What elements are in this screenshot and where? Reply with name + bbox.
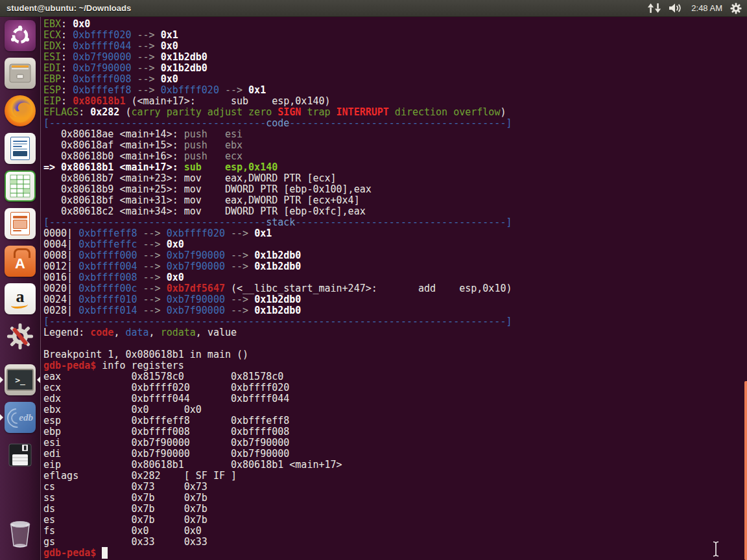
launcher-item-trash[interactable]: [5, 517, 36, 548]
terminal-line: esi 0xb7f90000 0xb7f90000: [43, 438, 747, 449]
terminal-line: EIP: 0x80618b1 (<main+17>: sub esp,0x140…: [43, 96, 747, 107]
window-title: student@ubuntu: ~/Downloads: [6, 3, 131, 13]
terminal-line: EDX: 0xbffff044 --> 0x0: [43, 41, 747, 52]
terminal-line: ebx 0x0 0x0: [43, 404, 747, 415]
terminal-line: 0x80618b7 <main+23>: mov eax,DWORD PTR […: [43, 173, 747, 184]
terminal-line: 0012| 0xbffff004 --> 0xb7f90000 --> 0x1b…: [43, 261, 747, 272]
session-gear-icon[interactable]: [730, 3, 742, 14]
desktop: { "topbar": { "title": "student@ubuntu: …: [0, 0, 747, 560]
terminal-line: Breakpoint 1, 0x080618b1 in main (): [43, 349, 747, 360]
terminal-line: 0x80618b0 <main+16>: push ecx: [43, 151, 747, 162]
terminal-line: 0x80618bf <main+31>: mov eax,DWORD PTR […: [43, 195, 747, 206]
terminal-running-indicator: [0, 377, 3, 383]
launcher-item-ubuntu-dash[interactable]: [5, 20, 36, 51]
terminal-line: ECX: 0xbffff020 --> 0x1: [43, 30, 747, 41]
terminal-line: 0000| 0xbfffeff8 --> 0xbffff020 --> 0x1: [43, 228, 747, 239]
terminal-line: ss 0x7b 0x7b: [43, 493, 747, 504]
terminal-output[interactable]: EBX: 0x0ECX: 0xbffff020 --> 0x1EDX: 0xbf…: [40, 17, 747, 560]
clock[interactable]: 2:48 AM: [691, 3, 722, 13]
terminal-line: EFLAGS: 0x282 (carry parity adjust zero …: [43, 107, 747, 118]
volume-icon[interactable]: [669, 3, 683, 14]
terminal-line: ds 0x7b 0x7b: [43, 504, 747, 515]
terminal-line: 0016| 0xbffff008 --> 0x0: [43, 272, 747, 283]
terminal-line: 0028| 0xbffff014 --> 0xb7f90000 --> 0x1b…: [43, 305, 747, 316]
terminal-line: esp 0xbfffeff8 0xbfffeff8: [43, 415, 747, 426]
terminal-line: edi 0xb7f90000 0xb7f90000: [43, 449, 747, 460]
launcher-item-libreoffice-writer[interactable]: [5, 133, 36, 164]
terminal-line: gdb-peda$ info registers: [43, 360, 747, 371]
firefox-icon: [5, 95, 36, 126]
terminal-line: 0x80618af <main+15>: push ebx: [43, 140, 747, 151]
launcher-item-system-settings[interactable]: [5, 321, 36, 352]
launcher-item-floppy-disk[interactable]: [5, 439, 36, 471]
terminal-line: ESP: 0xbfffeff8 --> 0xbffff020 --> 0x1: [43, 85, 747, 96]
terminal-line: eflags 0x282 [ SF IF ]: [43, 471, 747, 482]
top-panel: student@ubuntu: ~/Downloads 2:48 AM: [0, 0, 747, 17]
edb-icon: edb: [19, 412, 33, 423]
terminal-line: [-------------------------------------st…: [43, 217, 747, 228]
terminal-line: [43, 338, 747, 349]
bag-handle-icon: [14, 248, 30, 258]
launcher-item-edb-debugger[interactable]: edb: [5, 402, 36, 433]
terminal-line: ecx 0xbffff020 0xbffff020: [43, 382, 747, 393]
terminal-line: 0x80618c2 <main+34>: mov DWORD PTR [ebp-…: [43, 206, 747, 217]
terminal-scrollbar[interactable]: [744, 381, 747, 560]
trash-icon: [5, 517, 36, 548]
terminal-line: fs 0x0 0x0: [43, 526, 747, 537]
ubuntu-logo-icon: [5, 20, 36, 51]
file-cabinet-icon: [5, 58, 36, 89]
terminal-line: 0020| 0xbffff00c --> 0xb7df5647 (<__libc…: [43, 283, 747, 294]
terminal-focused-indicator: [37, 377, 40, 383]
terminal-line: [-------------------------------------co…: [43, 118, 747, 129]
floppy-disk-icon: [5, 439, 36, 471]
launcher-item-files[interactable]: [5, 58, 36, 89]
terminal-line: 0024| 0xbffff010 --> 0xb7f90000 --> 0x1b…: [43, 294, 747, 305]
terminal-line: EDI: 0xb7f90000 --> 0x1b2db0: [43, 63, 747, 74]
launcher-item-terminal[interactable]: >_: [5, 364, 36, 395]
terminal-line: => 0x80618b1 <main+17>: sub esp,0x140: [43, 162, 747, 173]
edb-running-indicator: [0, 414, 3, 421]
launcher-item-libreoffice-calc[interactable]: [5, 170, 36, 202]
terminal-line: gdb-peda$: [43, 548, 747, 559]
terminal-line: gs 0x33 0x33: [43, 537, 747, 548]
terminal-line: Legend: code, data, rodata, value: [43, 327, 747, 338]
terminal-line: es 0x7b 0x7b: [43, 515, 747, 526]
calc-spreadsheet-icon: [6, 172, 34, 200]
terminal-line: EBX: 0x0: [43, 19, 747, 30]
writer-document-icon: [5, 133, 36, 164]
terminal-line: 0x80618b9 <main+25>: mov DWORD PTR [ebp-…: [43, 184, 747, 195]
terminal-line: 0004| 0xbfffeffc --> 0x0: [43, 239, 747, 250]
terminal-line: cs 0x73 0x73: [43, 482, 747, 493]
terminal-line: edx 0xbffff044 0xbffff044: [43, 393, 747, 404]
terminal-icon: >_: [6, 369, 34, 391]
terminal-line: 0008| 0xbffff000 --> 0xb7f90000 --> 0x1b…: [43, 250, 747, 261]
terminal-line: ESI: 0xb7f90000 --> 0x1b2db0: [43, 52, 747, 63]
impress-presentation-icon: [5, 208, 36, 239]
terminal-line: eip 0x80618b1 0x80618b1 <main+17>: [43, 460, 747, 471]
mouse-ibeam-cursor: [711, 541, 721, 560]
terminal-line: EBP: 0xbffff008 --> 0x0: [43, 74, 747, 85]
launcher-item-firefox[interactable]: [5, 95, 36, 126]
launcher-item-ubuntu-software[interactable]: A: [5, 246, 36, 277]
network-updown-icon[interactable]: [647, 3, 661, 14]
launcher-item-amazon[interactable]: a: [5, 283, 36, 314]
launcher-item-libreoffice-impress[interactable]: [5, 208, 36, 239]
gear-wrench-icon: [5, 321, 36, 352]
terminal-line: [---------------------------------------…: [43, 316, 747, 327]
terminal-line: ebp 0xbffff008 0xbffff008: [43, 426, 747, 438]
terminal-line: 0x80618ae <main+14>: push esi: [43, 129, 747, 140]
terminal-line: eax 0x81578c0 0x81578c0: [43, 371, 747, 382]
unity-launcher: A a >_: [0, 17, 40, 560]
